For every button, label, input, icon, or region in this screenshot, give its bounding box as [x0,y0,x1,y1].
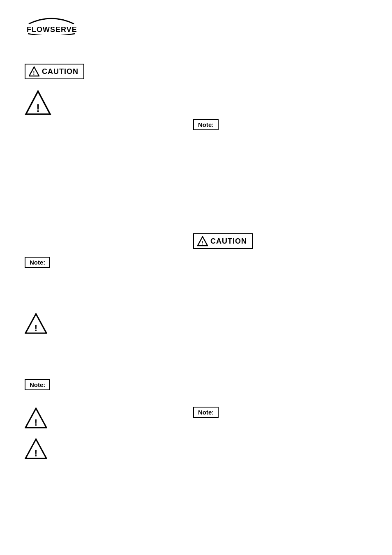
note-badge-2: Note: [25,257,50,268]
note-badge-4: Note: [193,407,219,418]
note-badge-3: Note: [25,379,50,390]
page: FLOWSERVE ! CAUTION ! Note: ! [0,0,392,555]
caution-icon-2: ! [197,236,208,246]
caution-badge-1: ! CAUTION [25,64,84,79]
svg-text:!: ! [35,417,37,428]
svg-text:!: ! [36,102,40,114]
svg-text:!: ! [33,70,35,76]
warning-triangle-3: ! [25,407,47,429]
svg-text:FLOWSERVE: FLOWSERVE [27,25,77,34]
caution-badge-2: ! CAUTION [193,233,253,249]
note-badge-1: Note: [193,119,219,130]
svg-text:!: ! [35,323,37,333]
caution-icon-1: ! [29,66,39,77]
caution-label-2: CAUTION [210,237,247,246]
warning-triangle-2: ! [25,312,47,335]
note-label-3: Note: [30,381,45,388]
note-label-4: Note: [198,409,214,416]
note-label-2: Note: [30,259,45,266]
caution-label-1: CAUTION [42,67,78,76]
warning-triangle-1: ! [25,90,51,116]
svg-text:!: ! [35,448,37,458]
warning-triangle-4: ! [25,438,47,460]
note-label-1: Note: [198,121,214,128]
svg-text:!: ! [201,240,203,246]
logo: FLOWSERVE [25,12,78,37]
